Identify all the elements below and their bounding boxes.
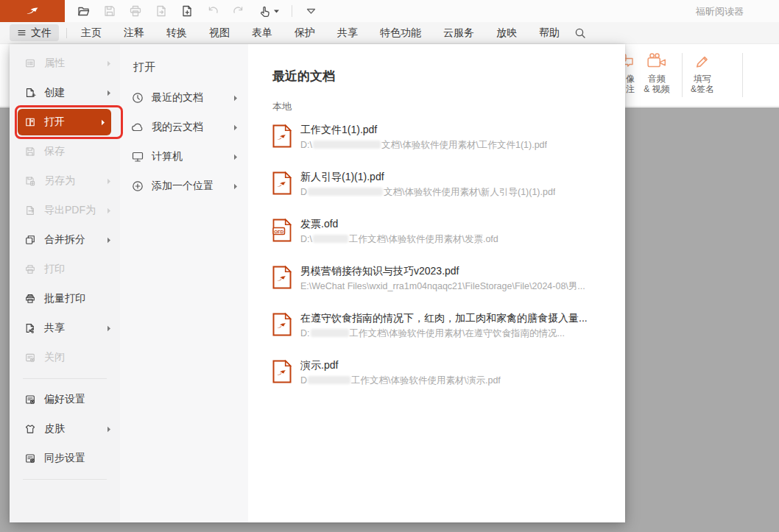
menu-item-sync-settings[interactable]: 同步设置	[10, 444, 120, 473]
menu-item-share[interactable]: 共享	[10, 313, 120, 343]
app-window: 福昕阅读器 文件 主页 注释 转换 视图 表单 保护 共享 特色功能 云服务 放…	[0, 0, 779, 532]
toolbar-divider	[292, 5, 292, 17]
submenu-arrow-icon	[107, 426, 111, 433]
open-item-recent-documents[interactable]: 最近的文档	[120, 83, 248, 113]
submenu-arrow-icon	[107, 237, 111, 244]
recent-file-item[interactable]: OFD 发票.ofd D:\工作文档\体验软件使用素材\发票.ofd	[272, 217, 607, 264]
submenu-arrow-icon	[233, 154, 238, 160]
recent-files-list: 工作文件1(1).pdf D:\文档\体验软件使用素材\工作文件1(1).pdf…	[272, 123, 607, 405]
open-item-add-place[interactable]: 添加一个位置	[120, 171, 248, 201]
open-file-icon[interactable]	[77, 4, 91, 18]
file-menu-button[interactable]: 文件	[10, 24, 59, 41]
close-document-icon	[24, 352, 36, 363]
file-path: D文档\体验软件使用素材\新人引导(1)(1).pdf	[300, 186, 555, 199]
menubar-divider	[66, 28, 67, 38]
tab-comment[interactable]: 注释	[113, 22, 155, 43]
menu-bar: 文件 主页 注释 转换 视图 表单 保护 共享 特色功能 云服务 放映 帮助	[0, 22, 779, 44]
submenu-arrow-icon	[233, 124, 238, 131]
open-icon	[24, 116, 36, 128]
computer-monitor-icon	[131, 150, 144, 163]
menu-item-skin[interactable]: 皮肤	[10, 414, 120, 444]
submenu-arrow-icon	[107, 208, 111, 214]
open-panel-title: 打开	[120, 60, 248, 74]
redacted-path-segment	[313, 235, 348, 243]
ofd-file-icon: OFD	[272, 219, 292, 242]
menu-item-export-pdf[interactable]: 导出PDF为	[10, 196, 120, 225]
recent-file-item[interactable]: 男模营销接待知识与技巧v2023.pdf E:\WeChat Files\wxi…	[272, 264, 607, 311]
file-path: E:\WeChat Files\wxid_rra1m04nqaqc21\File…	[300, 280, 585, 293]
ribbon-divider	[742, 53, 743, 97]
save-icon[interactable]	[103, 4, 116, 18]
submenu-arrow-icon	[107, 178, 111, 185]
undo-icon[interactable]	[206, 4, 219, 18]
tab-share[interactable]: 共享	[326, 22, 369, 43]
local-section-label: 本地	[272, 100, 607, 113]
open-item-cloud-documents[interactable]: 我的云文档	[120, 113, 248, 142]
recent-file-item[interactable]: 新人引导(1)(1).pdf D文档\体验软件使用素材\新人引导(1)(1).p…	[272, 170, 607, 217]
menu-item-save-as[interactable]: 另存为	[10, 166, 120, 196]
pdf-file-icon	[272, 266, 292, 289]
file-menu-label: 文件	[31, 26, 52, 40]
menu-item-create[interactable]: 创建	[10, 78, 120, 107]
menu-item-preferences[interactable]: 偏好设置	[10, 385, 120, 414]
sidebar-divider	[23, 479, 107, 480]
tab-home[interactable]: 主页	[70, 22, 113, 43]
tab-form[interactable]: 表单	[241, 22, 283, 43]
cloud-icon	[131, 121, 144, 134]
sync-settings-icon	[24, 453, 36, 464]
redacted-path-segment	[313, 141, 381, 149]
redacted-path-segment	[308, 376, 350, 384]
menu-item-save[interactable]: 保存	[10, 137, 120, 166]
dropdown-caret-icon	[274, 10, 279, 13]
menu-item-close[interactable]: 关闭	[10, 343, 120, 372]
foxit-logo[interactable]	[0, 0, 65, 22]
redacted-path-segment	[308, 188, 383, 196]
ribbon-tabs: 主页 注释 转换 视图 表单 保护 共享 特色功能 云服务 放映 帮助	[70, 22, 571, 43]
file-path: D工作文档\体验软件使用素材\演示.pdf	[300, 375, 501, 387]
recent-file-item[interactable]: 演示.pdf D工作文档\体验软件使用素材\演示.pdf	[272, 358, 607, 405]
tab-features[interactable]: 特色功能	[369, 22, 432, 43]
tab-view[interactable]: 视图	[198, 22, 241, 43]
menu-item-batch-print[interactable]: 批量打印	[10, 284, 120, 313]
tab-cloud[interactable]: 云服务	[432, 22, 485, 43]
recent-file-item[interactable]: 在遵守饮食指南的情况下，红肉，加工肉和家禽的膳食摄入量... D:工作文档\体验…	[272, 311, 607, 358]
quick-access-toolbar	[77, 4, 317, 18]
batch-print-icon	[24, 293, 36, 305]
open-item-computer[interactable]: 计算机	[120, 142, 248, 171]
merge-split-icon	[24, 234, 36, 246]
hamburger-icon	[17, 28, 27, 38]
app-title: 福昕阅读器	[696, 5, 744, 18]
print-icon[interactable]	[129, 4, 142, 18]
ribbon-divider	[682, 53, 683, 97]
hand-tool-icon[interactable]	[258, 4, 279, 18]
submenu-arrow-icon	[233, 95, 238, 102]
export-page-icon[interactable]	[155, 4, 168, 18]
new-document-icon[interactable]	[180, 4, 194, 18]
menu-item-print[interactable]: 打印	[10, 255, 120, 284]
tab-slideshow[interactable]: 放映	[485, 22, 528, 43]
ribbon-button-fill-sign[interactable]: 填写 &签名	[685, 49, 720, 102]
svg-text:OFD: OFD	[274, 229, 284, 234]
properties-icon	[24, 57, 36, 69]
menu-item-open[interactable]: 打开	[18, 109, 111, 135]
pdf-file-icon	[272, 313, 292, 336]
menu-item-properties[interactable]: 属性	[10, 49, 120, 78]
submenu-arrow-icon	[101, 119, 105, 126]
recent-file-item[interactable]: 工作文件1(1).pdf D:\文档\体验软件使用素材\工作文件1(1).pdf	[272, 123, 607, 170]
open-submenu-panel: 打开 最近的文档 我的云文档 计算机	[120, 44, 248, 522]
tab-convert[interactable]: 转换	[155, 22, 198, 43]
video-camera-icon	[646, 49, 667, 74]
collapse-toolbar-icon[interactable]	[305, 6, 317, 16]
tab-help[interactable]: 帮助	[528, 22, 571, 43]
redo-icon[interactable]	[232, 4, 245, 18]
search-icon[interactable]	[574, 26, 587, 40]
file-path: D:\工作文档\体验软件使用素材\发票.ofd	[300, 233, 498, 246]
pdf-file-icon	[272, 360, 292, 383]
ribbon-button-audio-video[interactable]: 音频 & 视频	[636, 49, 677, 102]
create-icon	[24, 87, 36, 99]
tab-protect[interactable]: 保护	[283, 22, 326, 43]
foxit-bird-icon	[24, 3, 40, 19]
file-path: D:工作文档\体验软件使用素材\在遵守饮食指南的情况...	[300, 327, 588, 340]
sidebar-divider	[23, 378, 107, 379]
menu-item-merge-split[interactable]: 合并拆分	[10, 225, 120, 255]
